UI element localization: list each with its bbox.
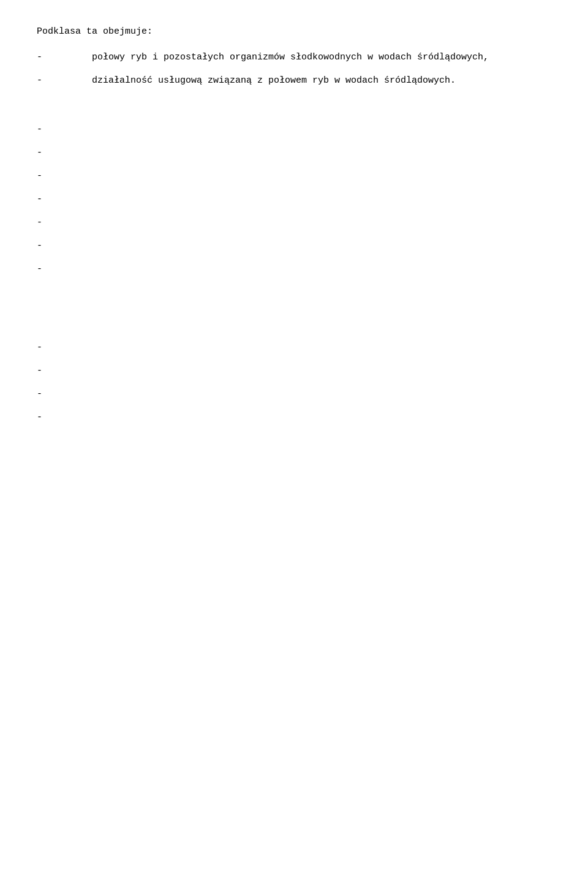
list-item: -	[37, 122, 551, 137]
page-content: Podklasa ta obejmuje: - połowy ryb i poz…	[37, 24, 551, 425]
list-text	[55, 387, 551, 402]
list-dash: -	[37, 341, 55, 355]
list-text	[55, 192, 551, 207]
list-item: -	[37, 387, 551, 402]
list-dash: -	[37, 50, 55, 65]
list-dash: -	[37, 169, 55, 184]
list-1: - połowy ryb i pozostałych organizmów sł…	[37, 50, 551, 88]
list-item: -	[37, 364, 551, 379]
list-dash: -	[37, 410, 55, 425]
list-text	[55, 239, 551, 254]
list-text: działalność usługową związaną z połowem …	[55, 73, 551, 88]
list-text	[55, 216, 551, 230]
list-text	[55, 364, 551, 379]
list-item: -	[37, 341, 551, 355]
list-3: - - - -	[37, 341, 551, 425]
list-item: -	[37, 146, 551, 160]
list-dash: -	[37, 192, 55, 207]
list-dash: -	[37, 364, 55, 379]
list-item: -	[37, 239, 551, 254]
list-text	[55, 262, 551, 277]
list-dash: -	[37, 216, 55, 230]
list-item: -	[37, 192, 551, 207]
list-item: -	[37, 262, 551, 277]
list-item: -	[37, 410, 551, 425]
list-dash: -	[37, 122, 55, 137]
list-dash: -	[37, 387, 55, 402]
list-dash: -	[37, 73, 55, 88]
list-text	[55, 122, 551, 137]
list-dash: -	[37, 146, 55, 160]
list-text	[55, 146, 551, 160]
list-text	[55, 169, 551, 184]
list-item: - działalność usługową związaną z połowe…	[37, 73, 551, 88]
list-item: - połowy ryb i pozostałych organizmów sł…	[37, 50, 551, 65]
list-dash: -	[37, 239, 55, 254]
list-text	[55, 410, 551, 425]
list-item: -	[37, 169, 551, 184]
section-intro-1: Podklasa ta obejmuje:	[37, 24, 551, 39]
list-text	[55, 341, 551, 355]
list-item: -	[37, 216, 551, 230]
list-dash: -	[37, 262, 55, 277]
list-text: połowy ryb i pozostałych organizmów słod…	[55, 50, 551, 65]
list-2: - - - - - - -	[37, 122, 551, 277]
